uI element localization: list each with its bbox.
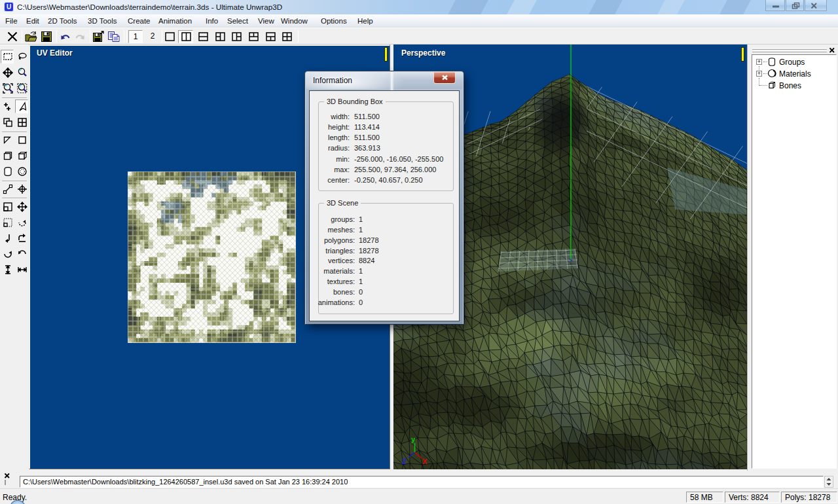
svg-text:Z: Z (402, 458, 407, 465)
svg-text:X: X (422, 458, 428, 465)
svg-text:y: y (411, 435, 416, 443)
